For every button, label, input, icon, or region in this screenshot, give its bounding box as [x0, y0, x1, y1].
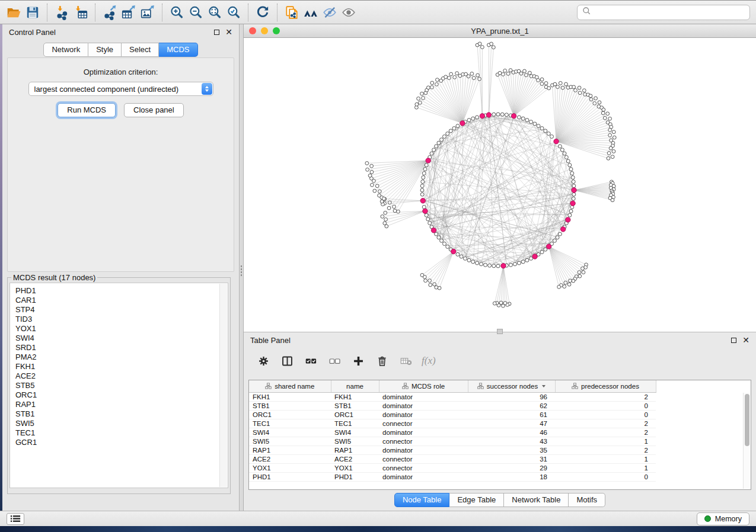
- panel-splitter[interactable]: [240, 24, 244, 511]
- leaf-node[interactable]: [611, 155, 614, 159]
- network-node[interactable]: [480, 262, 483, 266]
- network-node[interactable]: [566, 159, 570, 163]
- leaf-node[interactable]: [424, 279, 428, 283]
- network-node[interactable]: [488, 264, 492, 267]
- leaf-node[interactable]: [492, 46, 495, 49]
- leaf-node[interactable]: [556, 85, 560, 89]
- network-node[interactable]: [572, 184, 576, 188]
- leaf-node[interactable]: [581, 267, 585, 270]
- zoom-out-icon[interactable]: [186, 4, 205, 21]
- leaf-node[interactable]: [557, 285, 561, 289]
- network-node[interactable]: [422, 205, 426, 209]
- leaf-node[interactable]: [578, 274, 582, 278]
- mcds-hub-node[interactable]: [480, 114, 484, 118]
- leaf-node[interactable]: [438, 286, 441, 290]
- leaf-node[interactable]: [476, 73, 480, 77]
- leaf-node[interactable]: [383, 222, 387, 225]
- leaf-node[interactable]: [609, 146, 613, 150]
- leaf-node[interactable]: [426, 86, 430, 89]
- network-node[interactable]: [492, 264, 496, 268]
- result-list-item[interactable]: PMA2: [15, 352, 228, 362]
- leaf-node[interactable]: [366, 168, 369, 171]
- network-node[interactable]: [572, 193, 576, 196]
- close-table-panel-icon[interactable]: ✕: [742, 337, 749, 343]
- result-list-item[interactable]: SWI4: [15, 334, 228, 343]
- run-mcds-button[interactable]: Run MCDS: [58, 103, 116, 117]
- minimize-window-icon[interactable]: [261, 27, 268, 34]
- mcds-hub-node[interactable]: [431, 228, 436, 233]
- network-node[interactable]: [529, 120, 533, 124]
- leaf-node[interactable]: [602, 108, 605, 111]
- leaf-node[interactable]: [447, 76, 451, 80]
- tab-network[interactable]: Network: [43, 43, 88, 57]
- leaf-node[interactable]: [365, 162, 369, 165]
- leaf-node[interactable]: [428, 279, 432, 283]
- network-node[interactable]: [463, 257, 467, 260]
- column-header-shared-name[interactable]: shared name: [249, 380, 331, 392]
- network-node[interactable]: [456, 252, 460, 256]
- network-node[interactable]: [420, 184, 424, 188]
- leaf-node[interactable]: [519, 72, 523, 75]
- leaf-node[interactable]: [371, 183, 374, 187]
- table-settings-icon[interactable]: [256, 352, 272, 370]
- leaf-node[interactable]: [384, 211, 387, 214]
- leaf-node[interactable]: [388, 201, 391, 204]
- tab-node-table[interactable]: Node Table: [394, 493, 450, 507]
- network-node[interactable]: [449, 129, 452, 133]
- leaf-node[interactable]: [480, 46, 484, 49]
- export-image-icon[interactable]: [138, 4, 157, 21]
- float-table-panel-icon[interactable]: [731, 338, 736, 343]
- leaf-node[interactable]: [608, 133, 612, 137]
- network-node[interactable]: [437, 236, 441, 239]
- network-node[interactable]: [571, 176, 575, 180]
- mcds-hub-node[interactable]: [572, 188, 576, 193]
- leaf-node[interactable]: [467, 75, 470, 78]
- network-node[interactable]: [568, 164, 572, 167]
- leaf-node[interactable]: [578, 271, 581, 274]
- leaf-node[interactable]: [478, 42, 481, 46]
- leaf-node[interactable]: [418, 101, 422, 104]
- network-node[interactable]: [442, 134, 446, 138]
- result-list-item[interactable]: SWI5: [15, 419, 228, 428]
- leaf-node[interactable]: [589, 98, 593, 101]
- export-table-icon[interactable]: [119, 4, 138, 21]
- network-node[interactable]: [440, 239, 444, 242]
- leaf-node[interactable]: [537, 79, 540, 82]
- close-window-icon[interactable]: [249, 27, 256, 34]
- close-panel-button[interactable]: Close panel: [124, 103, 184, 117]
- add-column-icon[interactable]: [350, 352, 366, 370]
- network-node[interactable]: [435, 145, 438, 148]
- mcds-hub-node[interactable]: [426, 158, 430, 163]
- leaf-node[interactable]: [378, 194, 381, 197]
- leaf-node[interactable]: [578, 86, 581, 89]
- leaf-node[interactable]: [375, 184, 379, 188]
- mcds-hub-node[interactable]: [511, 114, 516, 118]
- table-row[interactable]: SWI4SWI4dominator462: [249, 428, 656, 437]
- network-node[interactable]: [422, 176, 425, 180]
- leaf-node[interactable]: [564, 82, 568, 86]
- leaf-node[interactable]: [582, 89, 586, 92]
- network-node[interactable]: [492, 113, 496, 116]
- network-node[interactable]: [513, 262, 516, 266]
- leaf-node[interactable]: [373, 189, 377, 193]
- function-builder-icon[interactable]: f(x): [422, 355, 436, 367]
- leaf-node[interactable]: [429, 283, 432, 287]
- leaf-node[interactable]: [503, 69, 507, 72]
- tab-edge-table[interactable]: Edge Table: [449, 493, 504, 507]
- tab-motifs[interactable]: Motifs: [569, 493, 605, 507]
- network-node[interactable]: [471, 117, 475, 120]
- result-list-item[interactable]: YOX1: [15, 324, 228, 334]
- leaf-node[interactable]: [384, 217, 388, 221]
- tab-style[interactable]: Style: [88, 43, 122, 57]
- network-node[interactable]: [505, 113, 508, 117]
- first-neighbors-icon[interactable]: [301, 4, 320, 21]
- leaf-node[interactable]: [613, 136, 616, 139]
- column-header-MCDS-role[interactable]: MCDS role: [379, 380, 468, 392]
- mcds-hub-node[interactable]: [554, 139, 559, 144]
- mcds-hub-node[interactable]: [420, 198, 425, 203]
- leaf-node[interactable]: [582, 271, 585, 274]
- zoom-selected-icon[interactable]: [224, 4, 243, 21]
- leaf-node[interactable]: [435, 82, 439, 86]
- close-panel-icon[interactable]: ✕: [225, 29, 232, 35]
- leaf-node[interactable]: [540, 78, 544, 81]
